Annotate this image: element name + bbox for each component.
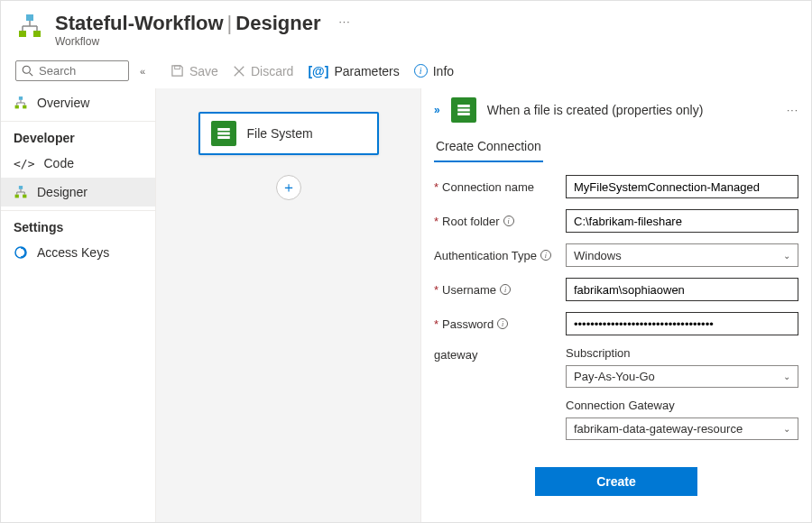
parameters-icon: [@]	[308, 64, 328, 78]
root-folder-label: Root folder	[442, 215, 500, 228]
parameters-button[interactable]: [@] Parameters	[308, 64, 399, 78]
svg-rect-33	[457, 113, 470, 115]
sidebar-item-label: Designer	[37, 185, 88, 199]
connection-gateway-select[interactable]: fabrikam-data-gateway-resource ⌄	[566, 417, 798, 440]
select-value: Pay-As-You-Go	[574, 370, 655, 383]
svg-rect-32	[457, 109, 470, 112]
subscription-label: Subscription	[566, 346, 798, 360]
info-button[interactable]: i Info	[414, 64, 454, 78]
svg-rect-3	[33, 31, 41, 37]
discard-button[interactable]: Discard	[233, 64, 293, 78]
connection-gateway-label: Connection Gateway	[566, 399, 798, 412]
add-step-button[interactable]: ＋	[276, 175, 301, 200]
file-system-icon	[211, 121, 236, 146]
designer-icon	[14, 185, 28, 199]
svg-rect-31	[457, 105, 470, 107]
svg-rect-15	[23, 106, 26, 109]
sidebar-item-overview[interactable]: Overview	[1, 88, 155, 117]
info-icon[interactable]: i	[497, 318, 508, 329]
title-block: Stateful-Workflow|Designer Workflow	[55, 12, 320, 48]
page-title: Stateful-Workflow|Designer	[55, 12, 320, 35]
sidebar: Overview Developer </> Code Designer Set…	[1, 88, 156, 523]
access-keys-icon	[14, 245, 28, 260]
trigger-config-panel: » When a file is created (properties onl…	[421, 88, 811, 523]
svg-rect-28	[217, 128, 230, 131]
sidebar-item-access-keys[interactable]: Access Keys	[1, 238, 155, 267]
subscription-select[interactable]: Pay-As-You-Go ⌄	[566, 365, 798, 388]
auth-type-select[interactable]: Windows ⌄	[566, 243, 798, 267]
svg-rect-20	[19, 186, 23, 189]
panel-title: When a file is created (properties only)	[487, 103, 776, 117]
collapse-panel-button[interactable]: »	[434, 104, 440, 116]
toolbar: Save Discard [@] Parameters i Info	[156, 53, 468, 88]
page-header: Stateful-Workflow|Designer Workflow ···	[1, 1, 811, 53]
header-more-button[interactable]: ···	[338, 12, 350, 28]
title-resource: Stateful-Workflow	[55, 12, 224, 34]
designer-canvas[interactable]: File System ＋	[156, 88, 421, 523]
discard-icon	[233, 65, 245, 78]
sidebar-item-code[interactable]: </> Code	[1, 149, 155, 178]
sidebar-item-label: Access Keys	[37, 245, 109, 260]
connection-name-label: Connection name	[442, 180, 534, 194]
svg-point-27	[15, 247, 26, 258]
password-input[interactable]	[566, 312, 798, 335]
svg-rect-29	[217, 133, 230, 135]
panel-more-button[interactable]: ···	[787, 104, 798, 116]
svg-rect-22	[23, 195, 26, 198]
svg-point-8	[23, 66, 30, 73]
file-system-icon	[451, 97, 476, 123]
save-icon	[171, 64, 184, 78]
workflow-logo-icon	[15, 12, 44, 41]
chevron-down-icon: ⌄	[783, 251, 790, 261]
svg-rect-21	[15, 195, 19, 198]
svg-rect-14	[15, 106, 19, 109]
root-folder-input[interactable]	[566, 209, 798, 233]
search-input[interactable]	[39, 64, 123, 78]
trigger-card-label: File System	[247, 126, 313, 141]
chevron-down-icon: ⌄	[783, 424, 790, 434]
connection-name-input[interactable]	[566, 175, 798, 198]
tab-create-connection[interactable]: Create Connection	[434, 132, 543, 162]
sidebar-search[interactable]	[15, 60, 129, 81]
page-subtitle: Workflow	[55, 35, 320, 48]
info-icon: i	[414, 64, 428, 78]
svg-rect-1	[26, 14, 33, 21]
svg-rect-30	[217, 136, 230, 139]
code-icon: </>	[14, 157, 34, 170]
create-button[interactable]: Create	[535, 467, 697, 496]
auth-type-label: Authentication Type	[434, 249, 537, 262]
sidebar-item-designer[interactable]: Designer	[1, 178, 155, 206]
info-icon[interactable]: i	[503, 216, 514, 226]
panel-tabs: Create Connection	[421, 132, 811, 162]
svg-rect-2	[19, 31, 26, 37]
sidebar-item-label: Overview	[37, 96, 89, 110]
trigger-card-file-system[interactable]: File System	[198, 112, 379, 155]
sidebar-section-developer: Developer	[1, 122, 155, 149]
connection-form: *Connection name *Root folder i Authenti…	[421, 162, 811, 453]
info-icon[interactable]: i	[540, 250, 551, 261]
title-section: Designer	[235, 12, 320, 34]
username-input[interactable]	[566, 278, 798, 301]
password-label: Password	[442, 317, 494, 331]
select-value: Windows	[574, 249, 622, 262]
sidebar-section-settings: Settings	[1, 211, 155, 238]
info-icon[interactable]: i	[500, 284, 511, 295]
sidebar-item-label: Code	[43, 156, 73, 170]
gateway-label: gateway	[434, 348, 477, 362]
collapse-sidebar-button[interactable]: «	[136, 62, 149, 80]
username-label: Username	[442, 283, 496, 297]
chevron-down-icon: ⌄	[783, 372, 790, 381]
select-value: fabrikam-data-gateway-resource	[574, 422, 743, 436]
overview-icon	[14, 96, 28, 110]
svg-rect-13	[19, 96, 23, 100]
plus-icon: ＋	[281, 179, 296, 197]
save-button[interactable]: Save	[171, 64, 218, 78]
svg-line-9	[30, 73, 33, 77]
search-icon	[22, 65, 33, 77]
